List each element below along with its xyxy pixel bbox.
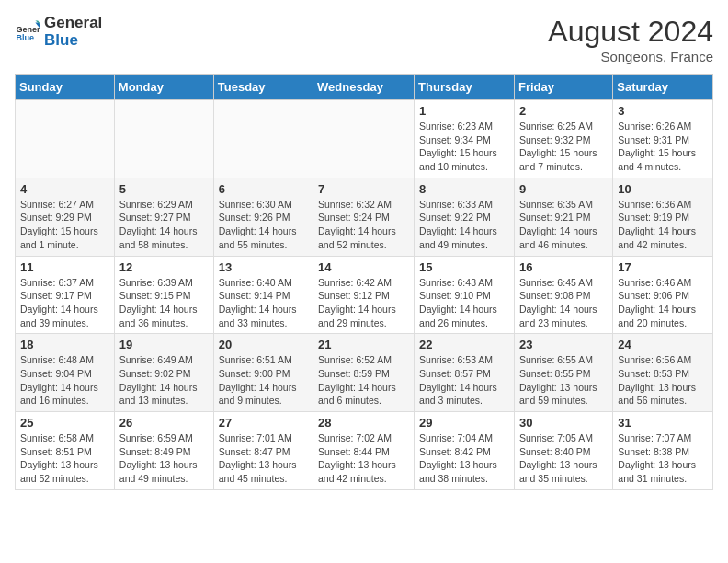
location: Songeons, France — [548, 49, 713, 64]
day-number: 20 — [219, 338, 308, 351]
week-row-5: 25Sunrise: 6:58 AM Sunset: 8:51 PM Dayli… — [16, 412, 713, 490]
day-info: Sunrise: 7:05 AM Sunset: 8:40 PM Dayligh… — [519, 431, 608, 486]
header-day-wednesday: Wednesday — [313, 75, 415, 100]
day-info: Sunrise: 6:33 AM Sunset: 9:22 PM Dayligh… — [419, 198, 509, 252]
day-info: Sunrise: 6:56 AM Sunset: 8:53 PM Dayligh… — [618, 353, 708, 408]
day-info: Sunrise: 6:23 AM Sunset: 9:34 PM Dayligh… — [419, 120, 509, 174]
day-number: 13 — [219, 260, 308, 274]
day-number: 6 — [219, 182, 308, 196]
calendar-cell: 9Sunrise: 6:35 AM Sunset: 9:21 PM Daylig… — [514, 178, 612, 256]
header-day-saturday: Saturday — [613, 75, 713, 100]
day-number: 27 — [219, 416, 308, 430]
calendar-cell: 7Sunrise: 6:32 AM Sunset: 9:24 PM Daylig… — [313, 178, 415, 256]
day-number: 24 — [618, 338, 708, 351]
day-number: 10 — [618, 182, 708, 196]
calendar-cell: 31Sunrise: 7:07 AM Sunset: 8:38 PM Dayli… — [613, 412, 713, 490]
day-info: Sunrise: 7:04 AM Sunset: 8:42 PM Dayligh… — [419, 431, 509, 486]
day-number: 12 — [119, 260, 209, 274]
day-info: Sunrise: 6:35 AM Sunset: 9:21 PM Dayligh… — [519, 198, 608, 252]
day-info: Sunrise: 6:52 AM Sunset: 8:59 PM Dayligh… — [318, 353, 409, 408]
calendar-table: SundayMondayTuesdayWednesdayThursdayFrid… — [15, 74, 713, 490]
day-info: Sunrise: 6:49 AM Sunset: 9:02 PM Dayligh… — [119, 353, 209, 408]
day-info: Sunrise: 7:01 AM Sunset: 8:47 PM Dayligh… — [219, 431, 308, 486]
svg-text:Blue: Blue — [16, 33, 34, 42]
day-number: 23 — [519, 338, 608, 351]
header-row: SundayMondayTuesdayWednesdayThursdayFrid… — [16, 75, 713, 100]
day-number: 30 — [519, 416, 608, 430]
day-info: Sunrise: 6:48 AM Sunset: 9:04 PM Dayligh… — [20, 353, 109, 408]
logo: General Blue GeneralBlue — [15, 15, 102, 49]
header-day-sunday: Sunday — [16, 75, 115, 100]
day-info: Sunrise: 7:02 AM Sunset: 8:44 PM Dayligh… — [318, 431, 409, 486]
calendar-cell: 30Sunrise: 7:05 AM Sunset: 8:40 PM Dayli… — [514, 412, 612, 490]
day-number: 22 — [419, 338, 509, 351]
day-number: 11 — [20, 260, 109, 274]
day-number: 16 — [519, 260, 608, 274]
day-info: Sunrise: 6:39 AM Sunset: 9:15 PM Dayligh… — [119, 276, 209, 330]
calendar-cell: 23Sunrise: 6:55 AM Sunset: 8:55 PM Dayli… — [514, 334, 612, 412]
day-number: 2 — [519, 104, 608, 118]
calendar-cell — [114, 100, 213, 178]
day-number: 1 — [419, 104, 509, 118]
day-info: Sunrise: 6:30 AM Sunset: 9:26 PM Dayligh… — [219, 198, 308, 252]
calendar-cell: 4Sunrise: 6:27 AM Sunset: 9:29 PM Daylig… — [16, 178, 115, 256]
day-info: Sunrise: 6:36 AM Sunset: 9:19 PM Dayligh… — [618, 198, 708, 252]
day-number: 26 — [119, 416, 209, 430]
calendar-cell: 19Sunrise: 6:49 AM Sunset: 9:02 PM Dayli… — [114, 334, 213, 412]
calendar-cell: 6Sunrise: 6:30 AM Sunset: 9:26 PM Daylig… — [213, 178, 313, 256]
day-number: 15 — [419, 260, 509, 274]
day-info: Sunrise: 6:26 AM Sunset: 9:31 PM Dayligh… — [618, 120, 708, 174]
day-info: Sunrise: 6:53 AM Sunset: 8:57 PM Dayligh… — [419, 353, 509, 408]
calendar-cell: 21Sunrise: 6:52 AM Sunset: 8:59 PM Dayli… — [313, 334, 415, 412]
page-header: General Blue GeneralBlue August 2024 Son… — [15, 15, 713, 64]
day-number: 25 — [20, 416, 109, 430]
header-day-friday: Friday — [514, 75, 612, 100]
title-block: August 2024 Songeons, France — [548, 15, 713, 64]
header-day-thursday: Thursday — [415, 75, 515, 100]
day-info: Sunrise: 6:37 AM Sunset: 9:17 PM Dayligh… — [20, 276, 109, 330]
calendar-cell: 24Sunrise: 6:56 AM Sunset: 8:53 PM Dayli… — [613, 334, 713, 412]
calendar-cell: 3Sunrise: 6:26 AM Sunset: 9:31 PM Daylig… — [613, 100, 713, 178]
calendar-cell: 14Sunrise: 6:42 AM Sunset: 9:12 PM Dayli… — [313, 256, 415, 334]
day-number: 18 — [20, 338, 109, 351]
calendar-cell: 25Sunrise: 6:58 AM Sunset: 8:51 PM Dayli… — [16, 412, 115, 490]
calendar-cell: 29Sunrise: 7:04 AM Sunset: 8:42 PM Dayli… — [415, 412, 515, 490]
month-year: August 2024 — [548, 15, 713, 49]
day-info: Sunrise: 6:59 AM Sunset: 8:49 PM Dayligh… — [119, 431, 209, 486]
day-info: Sunrise: 6:55 AM Sunset: 8:55 PM Dayligh… — [519, 353, 608, 408]
day-info: Sunrise: 6:32 AM Sunset: 9:24 PM Dayligh… — [318, 198, 409, 252]
header-day-tuesday: Tuesday — [213, 75, 313, 100]
calendar-cell — [313, 100, 415, 178]
day-info: Sunrise: 6:27 AM Sunset: 9:29 PM Dayligh… — [20, 198, 109, 252]
day-number: 31 — [618, 416, 708, 430]
day-info: Sunrise: 6:45 AM Sunset: 9:08 PM Dayligh… — [519, 276, 608, 330]
day-number: 4 — [20, 182, 109, 196]
calendar-cell: 13Sunrise: 6:40 AM Sunset: 9:14 PM Dayli… — [213, 256, 313, 334]
day-info: Sunrise: 6:58 AM Sunset: 8:51 PM Dayligh… — [20, 431, 109, 486]
calendar-cell: 22Sunrise: 6:53 AM Sunset: 8:57 PM Dayli… — [415, 334, 515, 412]
day-number: 5 — [119, 182, 209, 196]
day-number: 21 — [318, 338, 409, 351]
day-number: 17 — [618, 260, 708, 274]
day-info: Sunrise: 6:29 AM Sunset: 9:27 PM Dayligh… — [119, 198, 209, 252]
calendar-header: SundayMondayTuesdayWednesdayThursdayFrid… — [16, 75, 713, 100]
calendar-cell: 2Sunrise: 6:25 AM Sunset: 9:32 PM Daylig… — [514, 100, 612, 178]
day-info: Sunrise: 6:46 AM Sunset: 9:06 PM Dayligh… — [618, 276, 708, 330]
calendar-body: 1Sunrise: 6:23 AM Sunset: 9:34 PM Daylig… — [16, 100, 713, 490]
calendar-cell: 8Sunrise: 6:33 AM Sunset: 9:22 PM Daylig… — [415, 178, 515, 256]
calendar-cell: 18Sunrise: 6:48 AM Sunset: 9:04 PM Dayli… — [16, 334, 115, 412]
day-number: 7 — [318, 182, 409, 196]
day-info: Sunrise: 6:42 AM Sunset: 9:12 PM Dayligh… — [318, 276, 409, 330]
day-number: 8 — [419, 182, 509, 196]
header-day-monday: Monday — [114, 75, 213, 100]
day-info: Sunrise: 7:07 AM Sunset: 8:38 PM Dayligh… — [618, 431, 708, 486]
week-row-4: 18Sunrise: 6:48 AM Sunset: 9:04 PM Dayli… — [16, 334, 713, 412]
week-row-1: 1Sunrise: 6:23 AM Sunset: 9:34 PM Daylig… — [16, 100, 713, 178]
day-info: Sunrise: 6:43 AM Sunset: 9:10 PM Dayligh… — [419, 276, 509, 330]
day-number: 3 — [618, 104, 708, 118]
day-info: Sunrise: 6:51 AM Sunset: 9:00 PM Dayligh… — [219, 353, 308, 408]
calendar-cell: 27Sunrise: 7:01 AM Sunset: 8:47 PM Dayli… — [213, 412, 313, 490]
calendar-cell: 15Sunrise: 6:43 AM Sunset: 9:10 PM Dayli… — [415, 256, 515, 334]
calendar-cell: 11Sunrise: 6:37 AM Sunset: 9:17 PM Dayli… — [16, 256, 115, 334]
calendar-cell: 5Sunrise: 6:29 AM Sunset: 9:27 PM Daylig… — [114, 178, 213, 256]
